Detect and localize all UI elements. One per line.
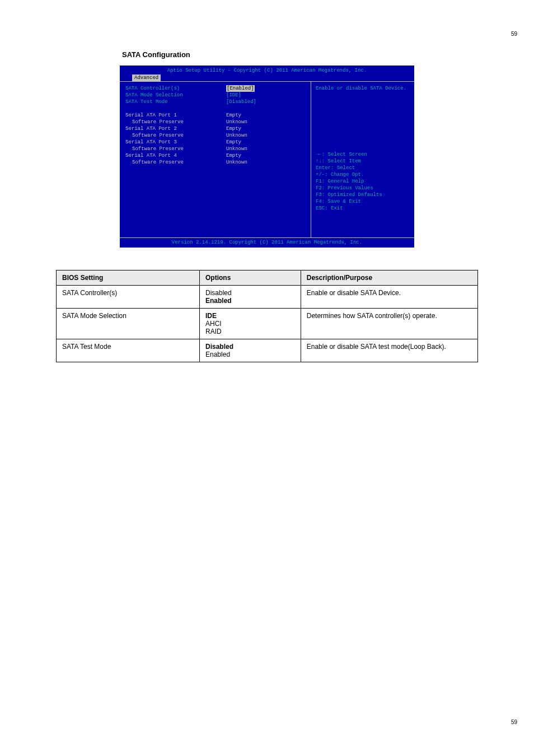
bios-setting-label: Software Preserve xyxy=(125,132,226,139)
bios-nav-key: F4: Save & Exit xyxy=(316,198,410,205)
bios-setting-value: [IDE] xyxy=(226,92,241,99)
bios-nav-key: F1: General Help xyxy=(316,178,410,185)
bios-setting-label: SATA Test Mode xyxy=(125,99,226,105)
bios-footer: Version 2.14.1219. Copyright (C) 2011 Am… xyxy=(120,238,414,248)
bios-setting-label: Serial ATA Port 4 xyxy=(125,152,226,159)
cell-setting: SATA Test Mode xyxy=(57,339,200,362)
bios-tabs: Advanced xyxy=(120,74,414,81)
bios-setting-row: SATA Test Mode[Disabled] xyxy=(125,99,305,105)
bios-screenshot: Aptio Setup Utility – Copyright (C) 2011… xyxy=(120,66,414,248)
bios-nav-key: F3: Optimized Defaults xyxy=(316,192,410,198)
cell-setting: SATA Controller(s) xyxy=(57,286,200,309)
bios-setting-row: Software PreserveUnknown xyxy=(125,159,305,166)
table-row: SATA Test ModeDisabledEnabledEnable or d… xyxy=(57,339,478,362)
section-heading: SATA Configuration xyxy=(56,50,478,59)
bios-setting-row: Software PreserveUnknown xyxy=(125,132,305,139)
bios-setting-value: [Disabled] xyxy=(226,99,256,105)
bios-header: Aptio Setup Utility – Copyright (C) 2011… xyxy=(120,66,414,81)
bios-help-panel: Enable or disable SATA Device. →←: Selec… xyxy=(311,82,414,237)
bios-tab-advanced: Advanced xyxy=(132,74,161,81)
bios-help-text: Enable or disable SATA Device. xyxy=(316,85,410,92)
bios-setting-value: Unknown xyxy=(226,119,247,125)
bios-setting-value: Empty xyxy=(226,112,241,119)
bios-nav-key: ↑↓: Select Item xyxy=(316,158,410,165)
page-content: SATA Configuration Aptio Setup Utility –… xyxy=(0,0,534,362)
bios-setting-label: Serial ATA Port 1 xyxy=(125,112,226,119)
cell-description: Enable or disable SATA test mode(Loop Ba… xyxy=(301,339,477,362)
cell-options: IDEAHCIRAID xyxy=(200,309,301,339)
table-row: SATA Controller(s)DisabledEnabledEnable … xyxy=(57,286,478,309)
table-row: SATA Mode SelectionIDEAHCIRAIDDetermines… xyxy=(57,309,478,339)
bios-setting-row: Software PreserveUnknown xyxy=(125,119,305,125)
bios-setting-value: Unknown xyxy=(226,159,247,166)
bios-setting-value: Empty xyxy=(226,152,241,159)
header-bios-setting: BIOS Setting xyxy=(57,270,200,286)
cell-setting: SATA Mode Selection xyxy=(57,309,200,339)
bios-body: SATA Controller(s)[Enabled]SATA Mode Sel… xyxy=(120,81,414,238)
bios-setting-label: Serial ATA Port 3 xyxy=(125,139,226,146)
cell-description: Determines how SATA controller(s) operat… xyxy=(301,309,477,339)
bios-setting-row: Software PreserveUnknown xyxy=(125,146,305,152)
bios-setting-row: Serial ATA Port 2Empty xyxy=(125,125,305,132)
bios-setting-row: Serial ATA Port 4Empty xyxy=(125,152,305,159)
bios-setting-row: Serial ATA Port 1Empty xyxy=(125,112,305,119)
bios-title: Aptio Setup Utility – Copyright (C) 2011… xyxy=(120,67,414,74)
settings-table: BIOS Setting Options Description/Purpose… xyxy=(56,270,478,362)
bios-setting-value: [Enabled] xyxy=(226,85,255,92)
bios-nav-key: Enter: Select xyxy=(316,165,410,171)
bios-setting-row: SATA Mode Selection[IDE] xyxy=(125,92,305,99)
bios-setting-value: Empty xyxy=(226,125,241,132)
bios-setting-row: SATA Controller(s)[Enabled] xyxy=(125,85,305,92)
bios-setting-label: Serial ATA Port 2 xyxy=(125,125,226,132)
bios-nav-key: ESC: Exit xyxy=(316,205,410,212)
bios-setting-label: Software Preserve xyxy=(125,159,226,166)
cell-options: DisabledEnabled xyxy=(200,339,301,362)
bios-setting-label: Software Preserve xyxy=(125,146,226,152)
header-options: Options xyxy=(200,270,301,286)
bios-setting-value: Empty xyxy=(226,139,241,146)
bios-setting-label: SATA Controller(s) xyxy=(125,85,226,92)
cell-options: DisabledEnabled xyxy=(200,286,301,309)
bios-setting-value: Unknown xyxy=(226,132,247,139)
header-description: Description/Purpose xyxy=(301,270,477,286)
bios-setting-label: SATA Mode Selection xyxy=(125,92,226,99)
bios-setting-value: Unknown xyxy=(226,146,247,152)
page-number-top: 59 xyxy=(511,31,517,37)
table-header-row: BIOS Setting Options Description/Purpose xyxy=(57,270,478,286)
bios-nav-key: +/-: Change Opt. xyxy=(316,171,410,178)
bios-setting-row: Serial ATA Port 3Empty xyxy=(125,139,305,146)
bios-setting-label: Software Preserve xyxy=(125,119,226,125)
bios-nav-keys: →←: Select Screen↑↓: Select ItemEnter: S… xyxy=(316,151,410,212)
page-number-bottom: 59 xyxy=(511,719,517,725)
bios-settings-panel: SATA Controller(s)[Enabled]SATA Mode Sel… xyxy=(120,82,311,237)
cell-description: Enable or disable SATA Device. xyxy=(301,286,477,309)
bios-nav-key: F2: Previous Values xyxy=(316,185,410,192)
bios-nav-key: →←: Select Screen xyxy=(316,151,410,158)
